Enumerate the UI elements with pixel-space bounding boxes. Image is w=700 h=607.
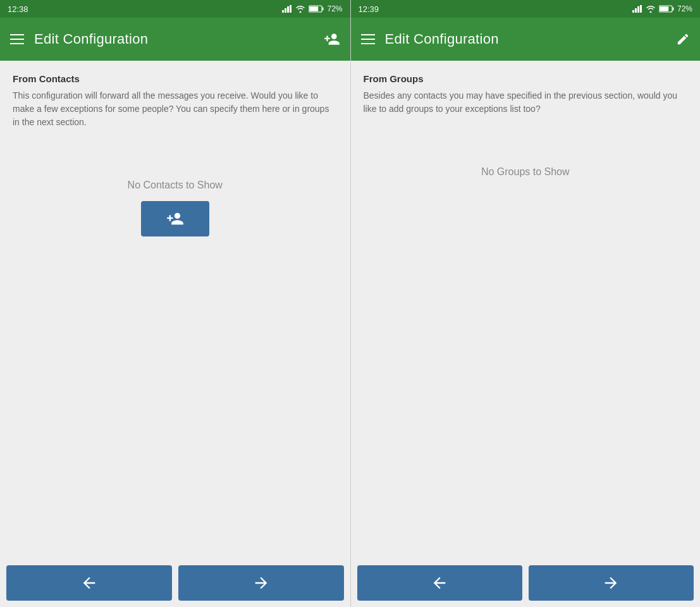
- svg-rect-3: [290, 5, 292, 13]
- left-content-area: From Contacts This configuration will fo…: [0, 61, 350, 559]
- right-app-bar-title: Edit Configuration: [385, 31, 666, 47]
- right-forward-arrow-icon: [602, 574, 620, 592]
- right-status-bar: 12:39 72%: [351, 0, 701, 18]
- add-person-btn-icon: [166, 210, 184, 228]
- svg-rect-1: [285, 8, 286, 13]
- left-battery-pct: 72%: [327, 4, 342, 13]
- svg-rect-12: [672, 8, 673, 11]
- left-forward-button[interactable]: [178, 565, 344, 601]
- left-section-description: This configuration will forward all the …: [13, 89, 338, 129]
- right-time: 12:39: [359, 4, 379, 14]
- left-empty-state: No Contacts to Show: [13, 142, 338, 262]
- left-status-bar: 12:38 72%: [0, 0, 350, 18]
- left-main-content: From Contacts This configuration will fo…: [0, 61, 350, 559]
- right-section-description: Besides any contacts you may have specif…: [364, 89, 688, 116]
- wifi-icon-right: [646, 5, 656, 13]
- right-status-icons: 72%: [632, 4, 692, 13]
- add-contact-button[interactable]: [141, 201, 209, 236]
- left-app-bar-title: Edit Configuration: [34, 31, 314, 47]
- svg-rect-5: [322, 8, 324, 11]
- right-phone-panel: 12:39 72% Edit Config: [350, 0, 701, 607]
- right-edit-icon[interactable]: [676, 32, 690, 46]
- svg-rect-10: [640, 5, 642, 13]
- right-section-title: From Groups: [364, 73, 688, 84]
- svg-rect-6: [310, 6, 319, 11]
- battery-icon: [309, 5, 324, 13]
- battery-icon-right: [659, 5, 674, 13]
- signal-icon-right: [632, 5, 642, 13]
- left-time: 12:38: [8, 4, 28, 14]
- left-phone-panel: 12:38 72%: [0, 0, 350, 607]
- left-app-bar: Edit Configuration: [0, 18, 350, 61]
- right-app-bar: Edit Configuration: [351, 18, 701, 61]
- left-back-button[interactable]: [6, 565, 172, 601]
- right-empty-text: No Groups to Show: [481, 166, 570, 178]
- right-battery-pct: 72%: [677, 4, 692, 13]
- left-forward-arrow-icon: [252, 574, 270, 592]
- right-main-content: From Groups Besides any contacts you may…: [351, 61, 701, 559]
- left-empty-text: No Contacts to Show: [128, 180, 223, 191]
- svg-rect-0: [282, 10, 284, 13]
- signal-icon: [282, 5, 292, 13]
- left-menu-icon[interactable]: [10, 34, 24, 44]
- right-back-button[interactable]: [357, 565, 522, 601]
- right-forward-button[interactable]: [529, 565, 694, 601]
- svg-rect-7: [632, 10, 634, 13]
- right-empty-state: No Groups to Show: [364, 128, 688, 213]
- right-content-area: From Groups Besides any contacts you may…: [351, 61, 701, 559]
- right-bottom-nav: [351, 559, 701, 607]
- svg-rect-13: [660, 6, 668, 11]
- left-section-title: From Contacts: [13, 73, 338, 84]
- left-status-icons: 72%: [282, 4, 342, 13]
- right-back-arrow-icon: [431, 574, 448, 592]
- svg-rect-8: [635, 8, 637, 13]
- svg-rect-9: [637, 6, 639, 13]
- pencil-svg: [676, 32, 690, 46]
- wifi-icon: [295, 5, 305, 13]
- left-bottom-nav: [0, 559, 350, 607]
- svg-rect-2: [287, 6, 289, 13]
- left-add-person-icon[interactable]: [324, 31, 340, 47]
- left-back-arrow-icon: [80, 574, 98, 592]
- right-menu-icon[interactable]: [361, 34, 375, 44]
